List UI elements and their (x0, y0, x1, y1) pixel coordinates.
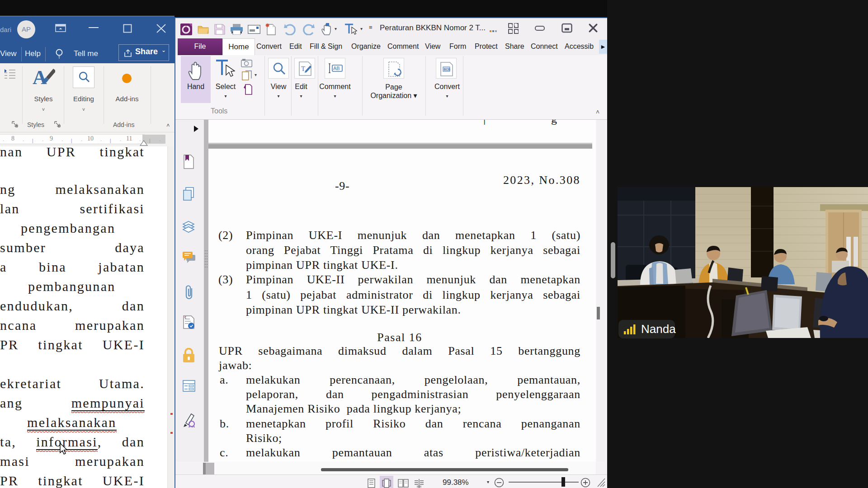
svg-text:T: T (301, 65, 305, 72)
svg-text:€: € (184, 316, 186, 319)
svg-text:A: A (33, 67, 47, 89)
svg-text:BCB: BCB (444, 68, 451, 71)
svg-text:AB: AB (333, 66, 340, 71)
